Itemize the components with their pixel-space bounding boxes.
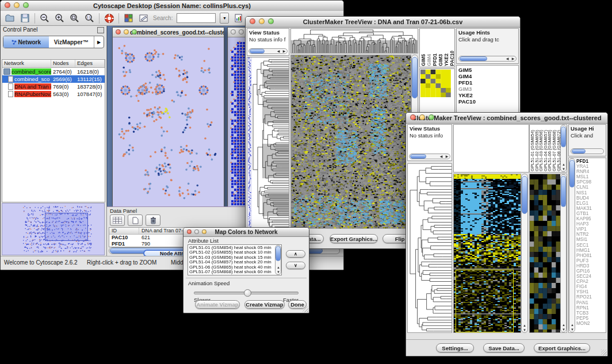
gene-label[interactable]: CLN1 [576, 185, 592, 190]
row-label[interactable]: GIM4 [458, 73, 518, 79]
scroll-right-arrow[interactable]: ▶ [281, 49, 287, 53]
column-label[interactable]: PFD1 [432, 53, 438, 66]
column-label[interactable]: GIM5 [420, 54, 426, 66]
network-row[interactable]: RNAPuberNov2+I 563(0) 107847(0) [2, 90, 105, 98]
hscroll-thumb[interactable] [572, 149, 586, 154]
gene-label[interactable]: CPA2 [576, 279, 592, 284]
view-status-scrollbar[interactable]: ◀ ▶ [409, 154, 450, 159]
minimize-button[interactable] [194, 229, 199, 234]
gene-dendrogram-canvas[interactable] [252, 58, 289, 229]
gene-tree-panel[interactable] [247, 57, 289, 229]
close-button[interactable] [250, 18, 255, 24]
hscroll-thumb[interactable] [460, 56, 487, 61]
gene-label[interactable]: YRA1 [576, 164, 592, 169]
zoom-heatmap-canvas[interactable] [530, 174, 560, 333]
slider-thumb[interactable] [244, 289, 251, 297]
col-nodes[interactable]: Nodes [51, 60, 75, 67]
export-graphics-button[interactable]: Export Graphics... [534, 343, 590, 352]
array-tree-panel[interactable] [453, 124, 529, 173]
birds-eye-view[interactable] [2, 203, 105, 255]
vscroll-thumb[interactable] [561, 127, 566, 147]
col-network[interactable]: Network [2, 60, 51, 67]
gene-label[interactable]: GPI16 [576, 269, 592, 274]
gene-label[interactable]: SEC1 [576, 243, 592, 248]
close-button[interactable] [231, 29, 236, 35]
search-input[interactable] [177, 13, 216, 23]
scroll-up-arrow[interactable]: ▲ [276, 266, 281, 269]
usage-hints-scrollbar[interactable]: ◀ ▶ [458, 56, 517, 62]
global-heatmap-panel[interactable] [453, 174, 521, 333]
gene-label[interactable]: VIP1 [576, 227, 592, 232]
dialog-titlebar[interactable]: Map Colors to Network [183, 228, 309, 237]
gene-strip-canvas[interactable] [247, 58, 252, 229]
column-label[interactable]: GIM3 [438, 54, 443, 66]
minimize-button[interactable] [259, 18, 265, 24]
scroll-up-arrow[interactable]: ▲ [561, 163, 567, 166]
global-heatmap-panel[interactable] [290, 55, 411, 229]
scroll-right-arrow[interactable]: ▶ [510, 57, 516, 60]
network-row[interactable]: combined_scores 2764(0) 16218(0) [2, 68, 105, 75]
close-button[interactable] [116, 29, 121, 35]
float-panel-icon[interactable] [97, 27, 104, 33]
tab-network[interactable]: Network [3, 36, 49, 48]
global-heatmap-canvas[interactable] [454, 174, 521, 333]
column-label[interactable]: PAC10 [449, 51, 455, 66]
close-button[interactable] [187, 229, 192, 234]
scroll-down-arrow[interactable]: ▼ [276, 270, 281, 274]
minimize-button[interactable] [14, 2, 20, 8]
gene-label[interactable]: PUF3 [576, 258, 592, 263]
attribute-item[interactable]: GPL51-07 (GSM868) heat shock 60 min [188, 270, 281, 274]
close-button[interactable] [5, 2, 10, 8]
gene-label[interactable]: KAP95 [576, 216, 592, 221]
treeview-dna-titlebar[interactable]: ClusterMaker TreeView : DNA and Tran 07-… [246, 17, 520, 28]
gene-label[interactable]: YSH1 [576, 289, 592, 294]
gene-label[interactable]: RNR4 [576, 169, 592, 174]
scroll-left-arrow[interactable]: ◀ [504, 57, 510, 60]
hscroll-thumb[interactable] [250, 49, 265, 53]
zoom-button[interactable] [202, 229, 206, 234]
row-label[interactable]: GIM5 [458, 67, 518, 73]
gene-label[interactable]: ELG1 [576, 201, 592, 206]
zoom-fit-icon[interactable]: 1:1 [84, 13, 95, 24]
zoom-vscrollbar[interactable]: ▲ ▼ [560, 174, 567, 332]
delete-attribute-button[interactable] [146, 214, 160, 226]
move-up-button[interactable]: ∧ [286, 250, 305, 258]
column-label[interactable]: GIM4 [426, 54, 432, 66]
vscroll-thumb[interactable] [276, 246, 281, 261]
row-label[interactable]: PFD1 [458, 79, 518, 86]
array-dendrogram-canvas[interactable] [291, 29, 418, 53]
usage-hints-scrollbar[interactable] [571, 148, 604, 154]
row-label[interactable]: YKE2 [458, 92, 518, 98]
column-label[interactable]: YKE2 [443, 53, 449, 66]
select-attributes-button[interactable] [110, 214, 125, 226]
scroll-left-arrow[interactable]: ◀ [438, 155, 444, 158]
view-status-scrollbar[interactable]: ◀ ▶ [248, 48, 288, 54]
create-vizmap-button[interactable]: Create Vizmap [244, 300, 285, 309]
zoom-button[interactable] [429, 114, 434, 120]
cytoscape-titlebar[interactable]: Cytoscape Desktop (Session Name: collins… [1, 1, 343, 12]
attribute-list-scrollbar[interactable]: ▲ ▼ [275, 245, 281, 275]
help-lifering-icon[interactable] [104, 13, 114, 24]
gene-label[interactable]: RPO21 [576, 294, 592, 300]
gene-label[interactable]: HMG1 [576, 248, 592, 253]
zoom-selected-region-icon[interactable] [69, 13, 80, 24]
heatmap-vscrollbar[interactable]: ▲ ▼ [521, 174, 528, 333]
gene-label[interactable]: HAP3 [576, 221, 592, 227]
global-heatmap-canvas[interactable] [291, 55, 411, 229]
close-button[interactable] [410, 114, 416, 120]
network-canvas[interactable] [113, 37, 224, 206]
new-attribute-button[interactable] [128, 214, 143, 226]
save-data-button[interactable]: Save Data... [483, 343, 525, 352]
minimize-button[interactable] [124, 29, 129, 35]
network-row[interactable]: combined_sco 2569(6) 13112(15) [2, 75, 105, 83]
gene-label[interactable]: HRD3 [576, 263, 592, 269]
network-view-1-titlebar[interactable]: combined_scores_good.txt--cluste... [113, 28, 224, 37]
animate-vizmap-button[interactable]: Animate Vizmap [195, 300, 240, 309]
gene-label[interactable]: FIG4 [576, 284, 592, 289]
minimize-button[interactable] [419, 114, 425, 120]
gene-label[interactable]: PFD1 [576, 159, 592, 164]
resize-grip[interactable] [303, 306, 308, 312]
treeview-combined-titlebar[interactable]: ClusterMaker TreeView : combined_scores_… [406, 113, 607, 124]
vizmapper-icon[interactable] [123, 13, 134, 24]
report-icon[interactable] [233, 13, 244, 24]
